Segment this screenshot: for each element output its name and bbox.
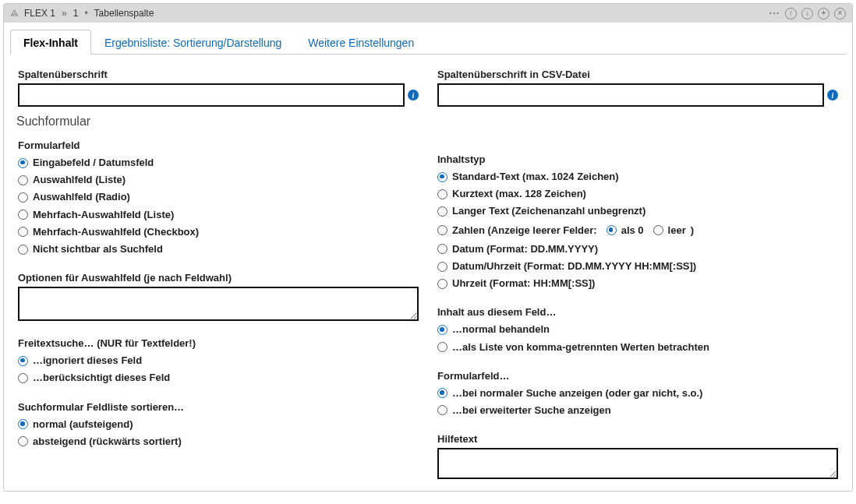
inhaltstyp-radio-0[interactable] [437, 172, 447, 182]
zahlen-sub-text-b: leer [668, 224, 686, 238]
formularfeld-opt-5[interactable]: Nicht sichtbar als Suchfeld [18, 241, 419, 258]
inhaltstyp-text-3-suffix: ) [691, 224, 694, 238]
formularfeld2-radio-0[interactable] [437, 388, 447, 398]
zahlen-sub-text-a: als 0 [621, 224, 644, 238]
formularfeld-radio-5[interactable] [18, 245, 28, 255]
formularfeld-radio-2[interactable] [18, 192, 28, 203]
inhalt-feld-text-1: …als Liste von komma-getrennten Werten b… [452, 340, 709, 354]
inhaltstyp-opt-1[interactable]: Kurztext (max. 128 Zeichen) [437, 185, 838, 203]
freitext-opt-1[interactable]: …berücksichtigt dieses Feld [18, 369, 419, 386]
optionen-textarea[interactable] [18, 287, 419, 321]
section-suchformular: Suchformular [16, 115, 419, 129]
sort-opt-0[interactable]: normal (aufsteigend) [18, 416, 419, 433]
zahlen-sub-a[interactable]: als 0 [607, 222, 644, 239]
formularfeld-opt-0[interactable]: Eingabefeld / Datumsfeld [18, 154, 419, 171]
inhaltstyp-text-6: Uhrzeit (Format: HH:MM[:SS]) [452, 277, 595, 291]
panel-header-actions: ⋯ ↑ ↓ + × [768, 7, 846, 19]
inhaltstyp-opt-4[interactable]: Datum (Format: DD.MM.YYYY) [437, 241, 838, 258]
breadcrumb-part-1: FLEX 1 [24, 8, 55, 19]
freitext-text-0: …ignoriert dieses Feld [33, 354, 142, 368]
inhaltstyp-radio-4[interactable] [437, 244, 447, 254]
inhaltstyp-text-4: Datum (Format: DD.MM.YYYY) [452, 242, 598, 256]
tab-ergebnisliste[interactable]: Ergebnisliste: Sortierung/Darstellung [91, 30, 295, 55]
inhalt-feld-opt-1[interactable]: …als Liste von komma-getrennten Werten b… [437, 339, 838, 356]
freitext-text-1: …berücksichtigt dieses Feld [33, 371, 170, 385]
inhalt-feld-radio-1[interactable] [437, 342, 447, 352]
inhaltstyp-text-3-prefix: Zahlen (Anzeige leerer Felder: [452, 224, 597, 238]
breadcrumb-part-2: 1 [73, 8, 79, 19]
sort-opt-1[interactable]: absteigend (rückwärts sortiert) [18, 433, 419, 450]
inhaltstyp-radio-1[interactable] [437, 189, 447, 199]
inhaltstyp-opt-2[interactable]: Langer Text (Zeichenanzahl unbegrenzt) [437, 203, 838, 220]
info-icon[interactable]: i [827, 90, 838, 100]
inhaltstyp-text-1: Kurztext (max. 128 Zeichen) [452, 187, 586, 201]
formularfeld-text-5: Nicht sichtbar als Suchfeld [33, 242, 163, 256]
inhalt-feld-radio-0[interactable] [437, 325, 447, 335]
freitext-opt-0[interactable]: …ignoriert dieses Feld [18, 352, 419, 369]
add-icon[interactable]: + [818, 8, 829, 19]
csv-input[interactable] [437, 83, 824, 107]
inhaltstyp-radio-3[interactable] [437, 225, 447, 235]
zahlen-sub-radio-b[interactable] [653, 225, 663, 235]
inhalt-feld-opt-0[interactable]: …normal behandeln [437, 321, 838, 338]
formularfeld-opt-2[interactable]: Auswahlfeld (Radio) [18, 189, 419, 206]
spaltenueberschrift-input[interactable] [18, 83, 405, 107]
arrow-up-icon[interactable]: ↑ [785, 8, 797, 19]
more-icon[interactable]: ⋯ [768, 7, 780, 19]
inhaltstyp-radio-5[interactable] [437, 262, 447, 272]
formularfeld2-text-0: …bei normaler Suche anzeigen (oder gar n… [452, 386, 702, 400]
optionen-label: Optionen für Auswahlfeld (je nach Feldwa… [18, 272, 419, 284]
breadcrumb-part-3: Tabellenspalte [94, 8, 154, 19]
hilfetext-textarea[interactable] [437, 448, 838, 479]
formularfeld-label: Formularfeld [18, 139, 419, 151]
inhalt-feld-label: Inhalt aus diesem Feld… [437, 306, 838, 318]
zahlen-sub-radio-a[interactable] [607, 225, 617, 235]
formularfeld-radio-3[interactable] [18, 210, 28, 220]
formularfeld2-label: Formularfeld… [437, 370, 838, 382]
inhaltstyp-label: Inhaltstyp [437, 153, 838, 165]
panel-header: ⩓ FLEX 1 » 1 • Tabellenspalte ⋯ ↑ ↓ + × [4, 4, 852, 23]
inhalt-feld-text-0: …normal behandeln [452, 322, 550, 337]
formularfeld-text-4: Mehrfach-Auswahlfeld (Checkbox) [33, 225, 199, 239]
formularfeld-radio-1[interactable] [18, 175, 28, 185]
tab-bar: Flex-Inhalt Ergebnisliste: Sortierung/Da… [10, 23, 846, 55]
collapse-icon[interactable]: ⩓ [10, 8, 19, 19]
sort-radio-0[interactable] [18, 419, 28, 429]
sort-text-1: absteigend (rückwärts sortiert) [33, 435, 182, 449]
flex-panel: ⩓ FLEX 1 » 1 • Tabellenspalte ⋯ ↑ ↓ + × … [3, 3, 853, 492]
inhaltstyp-text-2: Langer Text (Zeichenanzahl unbegrenzt) [452, 204, 646, 218]
inhaltstyp-radio-2[interactable] [437, 206, 447, 217]
sort-label: Suchformular Feldliste sortieren… [18, 401, 419, 413]
inhaltstyp-text-0: Standard-Text (max. 1024 Zeichen) [452, 170, 619, 184]
tab-flex-inhalt[interactable]: Flex-Inhalt [10, 30, 91, 55]
inhaltstyp-opt-5[interactable]: Datum/Uhrzeit (Format: DD.MM.YYYY HH:MM[… [437, 258, 838, 275]
spaltenueberschrift-label: Spaltenüberschrift [18, 69, 419, 80]
left-column: Spaltenüberschrift i Suchformular Formul… [18, 65, 419, 481]
inhaltstyp-opt-3[interactable]: Zahlen (Anzeige leerer Felder: als 0 lee… [437, 220, 838, 241]
formularfeld-opt-4[interactable]: Mehrfach-Auswahlfeld (Checkbox) [18, 224, 419, 241]
formularfeld-opt-3[interactable]: Mehrfach-Auswahlfeld (Liste) [18, 206, 419, 224]
freitext-radio-1[interactable] [18, 373, 28, 383]
formularfeld2-opt-1[interactable]: …bei erweiterter Suche anzeigen [437, 402, 838, 419]
formularfeld-text-3: Mehrfach-Auswahlfeld (Liste) [33, 208, 174, 222]
inhaltstyp-radio-6[interactable] [437, 279, 447, 289]
inhaltstyp-opt-6[interactable]: Uhrzeit (Format: HH:MM[:SS]) [437, 275, 838, 292]
csv-label: Spaltenüberschrift in CSV-Datei [437, 69, 838, 80]
inhaltstyp-text-5: Datum/Uhrzeit (Format: DD.MM.YYYY HH:MM[… [452, 259, 696, 273]
breadcrumb: ⩓ FLEX 1 » 1 • Tabellenspalte [10, 8, 154, 19]
freitext-radio-0[interactable] [18, 356, 28, 366]
zahlen-sub-b[interactable]: leer [653, 222, 686, 239]
inhaltstyp-opt-0[interactable]: Standard-Text (max. 1024 Zeichen) [437, 168, 838, 185]
formularfeld-opt-1[interactable]: Auswahlfeld (Liste) [18, 171, 419, 189]
formularfeld-radio-4[interactable] [18, 227, 28, 237]
sort-radio-1[interactable] [18, 436, 28, 446]
info-icon[interactable]: i [408, 90, 419, 100]
tab-weitere[interactable]: Weitere Einstellungen [295, 30, 427, 55]
close-icon[interactable]: × [834, 8, 846, 19]
formularfeld2-opt-0[interactable]: …bei normaler Suche anzeigen (oder gar n… [437, 385, 838, 402]
arrow-down-icon[interactable]: ↓ [801, 8, 813, 19]
formularfeld-radio-0[interactable] [18, 158, 28, 168]
formularfeld-text-0: Eingabefeld / Datumsfeld [33, 156, 154, 170]
formularfeld2-radio-1[interactable] [437, 405, 447, 415]
formularfeld2-text-1: …bei erweiterter Suche anzeigen [452, 404, 611, 418]
